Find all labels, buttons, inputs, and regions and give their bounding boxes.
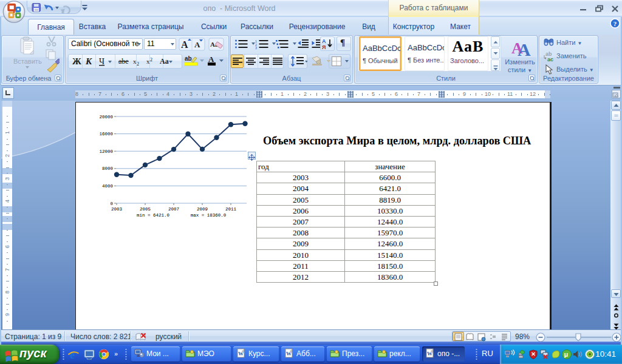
- svg-text:3: 3: [255, 46, 257, 50]
- svg-text:min = 6421.0: min = 6421.0: [137, 213, 170, 218]
- svg-text:W: W: [286, 351, 292, 357]
- svg-text:μ: μ: [564, 351, 569, 358]
- svg-text:Ч: Ч: [99, 57, 104, 66]
- svg-text:abe: abe: [118, 57, 129, 66]
- svg-text:?: ?: [613, 20, 617, 27]
- svg-text:Aa: Aa: [160, 57, 169, 66]
- svg-text:2007: 2007: [168, 207, 179, 212]
- svg-text:16000: 16000: [99, 132, 113, 136]
- svg-text:W: W: [427, 351, 432, 357]
- svg-text:А: А: [322, 38, 326, 44]
- svg-text:ac: ac: [547, 56, 553, 62]
- svg-text:ab: ab: [185, 55, 192, 62]
- svg-text:2011: 2011: [225, 207, 237, 212]
- svg-text:А: А: [208, 55, 214, 64]
- svg-text:Я: Я: [322, 44, 326, 50]
- svg-text:К: К: [85, 56, 92, 66]
- svg-text:2003: 2003: [111, 207, 123, 212]
- svg-text:»: »: [114, 350, 118, 357]
- svg-text:20000: 20000: [99, 115, 113, 120]
- svg-text:2005: 2005: [140, 207, 151, 212]
- svg-text:2: 2: [137, 61, 139, 67]
- svg-text:A: A: [181, 39, 188, 50]
- svg-text:A: A: [194, 40, 200, 49]
- svg-text:W: W: [238, 351, 244, 357]
- svg-text:4000: 4000: [102, 184, 114, 189]
- svg-text:2: 2: [150, 57, 152, 62]
- svg-text:max = 18360.0: max = 18360.0: [191, 213, 227, 218]
- svg-text:e: e: [70, 349, 75, 361]
- svg-text:12000: 12000: [99, 149, 113, 154]
- svg-text:2009: 2009: [197, 207, 208, 212]
- svg-text:0: 0: [110, 201, 113, 206]
- svg-text:8000: 8000: [102, 166, 114, 171]
- svg-text:Ж: Ж: [72, 56, 81, 66]
- svg-text:A: A: [518, 39, 531, 57]
